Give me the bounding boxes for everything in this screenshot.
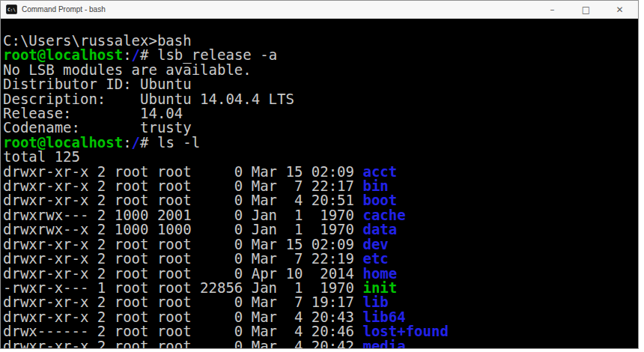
terminal-text-segment: drwxr-xr-x 2 root root 0 Mar 4 20:42 (3, 338, 362, 348)
window-controls: – □ ✕ (535, 1, 638, 18)
command-prompt-window: C:\ Command Prompt - bash – □ ✕ C:\Users… (0, 0, 639, 349)
terminal-text-segment: / (132, 134, 140, 151)
title-bar[interactable]: C:\ Command Prompt - bash – □ ✕ (1, 1, 638, 19)
terminal-text-segment: media (362, 338, 405, 348)
terminal-line: drwxr-xr-x 2 root root 0 Mar 4 20:42 med… (3, 339, 638, 348)
maximize-button[interactable]: □ (569, 1, 603, 18)
terminal-text-segment: # ls -l (140, 134, 200, 151)
terminal-text-segment: : (123, 134, 131, 151)
minimize-button[interactable]: – (535, 1, 569, 18)
window-title: Command Prompt - bash (22, 5, 106, 13)
cmd-icon[interactable]: C:\ (6, 4, 17, 14)
terminal-line: root@localhost:/# ls -l (3, 136, 638, 150)
close-button[interactable]: ✕ (603, 1, 637, 18)
terminal-output[interactable]: C:\Users\russalex>bashroot@localhost:/# … (1, 19, 638, 348)
